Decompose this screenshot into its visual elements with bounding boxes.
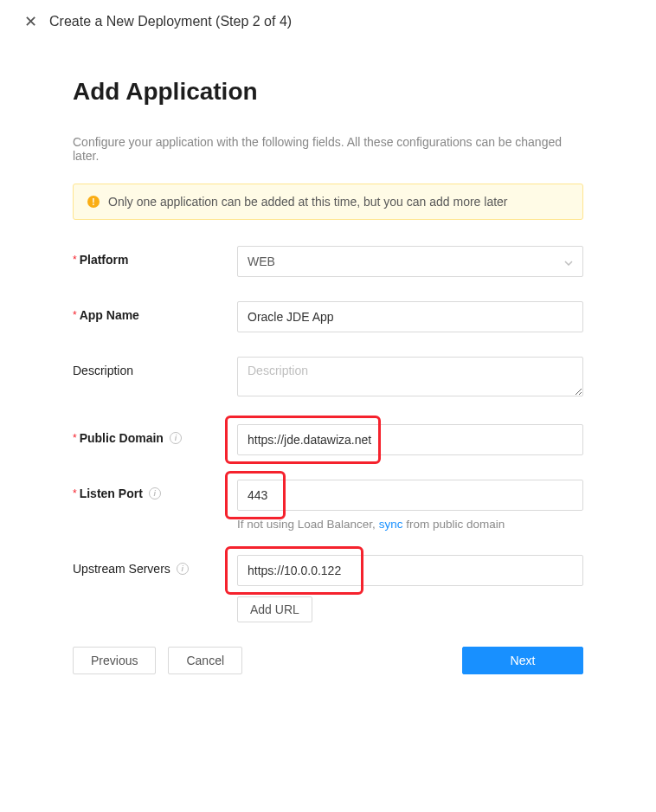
cancel-button[interactable]: Cancel xyxy=(168,647,242,674)
field-description: Description xyxy=(73,357,583,400)
platform-value: WEB xyxy=(248,255,275,268)
description-textarea[interactable] xyxy=(237,357,583,396)
required-marker: * xyxy=(73,309,77,321)
label-text-listen-port: Listen Port xyxy=(80,487,143,500)
field-platform: * Platform WEB xyxy=(73,246,583,277)
next-button[interactable]: Next xyxy=(462,647,583,674)
label-upstream-servers: Upstream Servers i xyxy=(73,555,237,576)
upstream-server-input[interactable] xyxy=(237,555,583,586)
close-icon[interactable]: ✕ xyxy=(24,14,37,29)
sync-link[interactable]: sync xyxy=(379,518,403,531)
app-name-input[interactable] xyxy=(237,301,583,332)
dialog-footer: Previous Cancel Next xyxy=(73,647,583,674)
hint-suffix: from public domain xyxy=(402,518,505,531)
required-marker: * xyxy=(73,487,77,499)
add-url-button[interactable]: Add URL xyxy=(237,596,312,622)
label-text-public-domain: Public Domain xyxy=(80,431,164,445)
listen-port-input[interactable] xyxy=(237,480,583,511)
listen-port-hint: If not using Load Balancer, sync from pu… xyxy=(237,518,583,531)
field-app-name: * App Name xyxy=(73,301,583,332)
info-icon[interactable]: i xyxy=(170,432,182,444)
hint-prefix: If not using Load Balancer, xyxy=(237,518,379,531)
field-public-domain: * Public Domain i xyxy=(73,424,583,455)
label-public-domain: * Public Domain i xyxy=(73,424,237,445)
alert-text: Only one application can be added at thi… xyxy=(108,195,508,209)
page-title: Add Application xyxy=(73,78,583,106)
page-subtitle: Configure your application with the foll… xyxy=(73,135,583,163)
label-text-platform: Platform xyxy=(80,253,129,267)
label-listen-port: * Listen Port i xyxy=(73,480,237,500)
alert-banner: ! Only one application can be added at t… xyxy=(73,184,583,220)
info-icon[interactable]: i xyxy=(177,563,189,575)
label-text-upstream: Upstream Servers xyxy=(73,562,170,576)
required-marker: * xyxy=(73,432,77,444)
dialog-body: Add Application Configure your applicati… xyxy=(0,43,656,674)
field-upstream-servers: Upstream Servers i Add URL xyxy=(73,555,583,622)
required-marker: * xyxy=(73,254,77,266)
dialog-header: ✕ Create a New Deployment (Step 2 of 4) xyxy=(0,0,656,43)
label-app-name: * App Name xyxy=(73,301,237,322)
platform-select[interactable]: WEB xyxy=(237,246,583,277)
field-listen-port: * Listen Port i If not using Load Balanc… xyxy=(73,480,583,531)
dialog-title: Create a New Deployment (Step 2 of 4) xyxy=(49,14,292,29)
label-description: Description xyxy=(73,357,237,377)
public-domain-input[interactable] xyxy=(237,424,583,455)
label-text-app-name: App Name xyxy=(80,308,139,322)
label-platform: * Platform xyxy=(73,246,237,267)
warning-icon: ! xyxy=(87,196,100,208)
label-text-description: Description xyxy=(73,364,133,377)
info-icon[interactable]: i xyxy=(149,487,161,499)
previous-button[interactable]: Previous xyxy=(73,647,156,674)
